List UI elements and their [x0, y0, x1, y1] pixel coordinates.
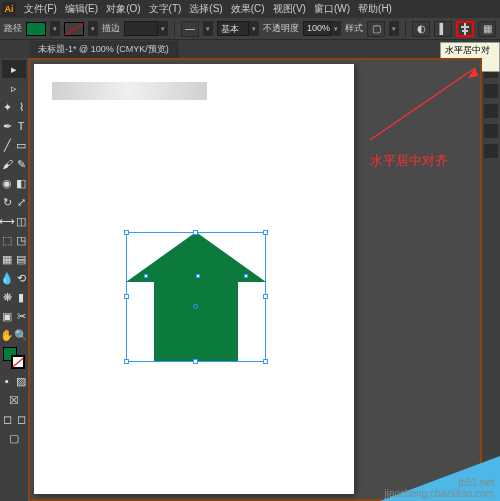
document-tab-bar: 未标题-1* @ 100% (CMYK/预览)	[0, 40, 500, 58]
svg-rect-2	[462, 30, 468, 32]
slice-tool[interactable]: ✂	[15, 307, 27, 325]
tools-panel: ▸ ▹ ✦⌇ ✒T ╱▭ 🖌✎ ◉◧ ↻⤢ ⟷◫ ⬚◳ ▦▤ 💧⟲ ❋▮ ▣✂ …	[0, 58, 28, 501]
scale-tool[interactable]: ⤢	[15, 193, 27, 211]
handle-ml[interactable]	[124, 294, 129, 299]
opacity-dd[interactable]: ▾	[331, 21, 341, 36]
handle-mr[interactable]	[263, 294, 268, 299]
menu-effect[interactable]: 效果(C)	[231, 2, 265, 16]
svg-rect-1	[461, 26, 469, 28]
style-label: 样式	[345, 22, 363, 35]
paintbrush-tool[interactable]: 🖌	[1, 155, 13, 173]
menu-help[interactable]: 帮助(H)	[358, 2, 392, 16]
selection-center[interactable]	[193, 304, 198, 309]
hand-tool[interactable]: ✋	[1, 326, 13, 344]
lasso-tool[interactable]: ⌇	[15, 98, 27, 116]
eyedropper-tool[interactable]: 💧	[1, 269, 13, 287]
handle-br[interactable]	[263, 359, 268, 364]
line-tool[interactable]: ╱	[1, 136, 13, 154]
blob-brush-tool[interactable]: ◉	[1, 174, 13, 192]
opacity-label: 不透明度	[263, 22, 299, 35]
stroke-label: 描边	[102, 22, 120, 35]
vwp-dd[interactable]: ▾	[203, 21, 213, 36]
brush-dd[interactable]: ▾	[249, 21, 259, 36]
menu-edit[interactable]: 编辑(E)	[65, 2, 98, 16]
annotation-arrow	[360, 60, 490, 150]
fill-swatch[interactable]	[26, 22, 46, 36]
selection-bounding-box[interactable]	[126, 232, 266, 362]
width-tool[interactable]: ⟷	[1, 212, 13, 230]
draw-normal[interactable]: ◻	[1, 410, 13, 428]
path-label: 路径	[4, 22, 22, 35]
opacity-value[interactable]: 100%	[303, 21, 331, 36]
document-tab[interactable]: 未标题-1* @ 100% (CMYK/预览)	[30, 41, 178, 58]
stroke-swatch[interactable]	[64, 22, 84, 36]
options-bar: 路径 ▾ ▾ 描边 ▾ — ▾ 基本▾ 不透明度 100%▾ 样式 ▢ ▾ ◐ …	[0, 18, 500, 40]
annotation-text: 水平居中对齐	[370, 152, 448, 170]
perspective-tool[interactable]: ◳	[15, 231, 27, 249]
graph-tool[interactable]: ▮	[15, 288, 27, 306]
gradient-mode[interactable]: ▨	[15, 372, 27, 390]
direct-selection-tool[interactable]: ▹	[2, 79, 26, 97]
pen-tool[interactable]: ✒	[1, 117, 13, 135]
shape-builder-tool[interactable]: ⬚	[1, 231, 13, 249]
handle-bm[interactable]	[193, 359, 198, 364]
stroke-weight-input[interactable]	[124, 21, 158, 36]
redacted-region	[52, 82, 207, 100]
stroke-dropdown[interactable]: ▾	[88, 21, 98, 36]
artboard[interactable]	[34, 64, 354, 494]
svg-rect-0	[464, 23, 466, 35]
mesh-tool[interactable]: ▦	[1, 250, 13, 268]
watermark: jb51.netjiaocheng.chazidian.com	[384, 477, 494, 499]
app-logo: Ai	[2, 2, 16, 16]
menu-view[interactable]: 视图(V)	[273, 2, 306, 16]
menu-bar: Ai 文件(F) 编辑(E) 对象(O) 文字(T) 选择(S) 效果(C) 视…	[0, 0, 500, 18]
menu-file[interactable]: 文件(F)	[24, 2, 57, 16]
screen-mode[interactable]: ▢	[2, 429, 26, 447]
brush-field[interactable]: 基本	[217, 21, 249, 36]
symbol-sprayer-tool[interactable]: ❋	[1, 288, 13, 306]
rotate-tool[interactable]: ↻	[1, 193, 13, 211]
menu-select[interactable]: 选择(S)	[189, 2, 222, 16]
inner-path-handles	[144, 274, 248, 280]
menu-type[interactable]: 文字(T)	[149, 2, 182, 16]
style-swatch[interactable]: ▢	[367, 21, 385, 37]
none-mode[interactable]: ☒	[2, 391, 26, 409]
handle-tr[interactable]	[263, 230, 268, 235]
var-width-profile[interactable]: —	[181, 21, 199, 37]
menu-window[interactable]: 窗口(W)	[314, 2, 350, 16]
eraser-tool[interactable]: ◧	[15, 174, 27, 192]
align-horizontal-center-button[interactable]	[456, 21, 474, 37]
fill-stroke-control[interactable]	[3, 347, 25, 369]
rectangle-tool[interactable]: ▭	[15, 136, 27, 154]
recolor-icon[interactable]: ◐	[412, 21, 430, 37]
align-left-icon[interactable]: ▌	[434, 21, 452, 37]
pencil-tool[interactable]: ✎	[15, 155, 27, 173]
handle-tm[interactable]	[193, 230, 198, 235]
svg-line-3	[370, 68, 475, 140]
style-dd[interactable]: ▾	[389, 21, 399, 36]
fill-dropdown[interactable]: ▾	[50, 21, 60, 36]
magic-wand-tool[interactable]: ✦	[1, 98, 13, 116]
draw-behind[interactable]: ◻	[15, 410, 27, 428]
zoom-tool[interactable]: 🔍	[15, 326, 27, 344]
artboard-tool[interactable]: ▣	[1, 307, 13, 325]
transform-icon[interactable]: ▦	[478, 21, 496, 37]
stroke-weight-dd[interactable]: ▾	[158, 21, 168, 36]
align-center-icon	[459, 23, 471, 35]
free-transform-tool[interactable]: ◫	[15, 212, 27, 230]
color-mode[interactable]: ▪	[1, 372, 13, 390]
type-tool[interactable]: T	[15, 117, 27, 135]
canvas-area[interactable]: 水平居中对齐	[28, 58, 482, 501]
menu-object[interactable]: 对象(O)	[106, 2, 140, 16]
blend-tool[interactable]: ⟲	[15, 269, 27, 287]
handle-bl[interactable]	[124, 359, 129, 364]
selection-tool[interactable]: ▸	[2, 60, 26, 78]
gradient-tool[interactable]: ▤	[15, 250, 27, 268]
handle-tl[interactable]	[124, 230, 129, 235]
